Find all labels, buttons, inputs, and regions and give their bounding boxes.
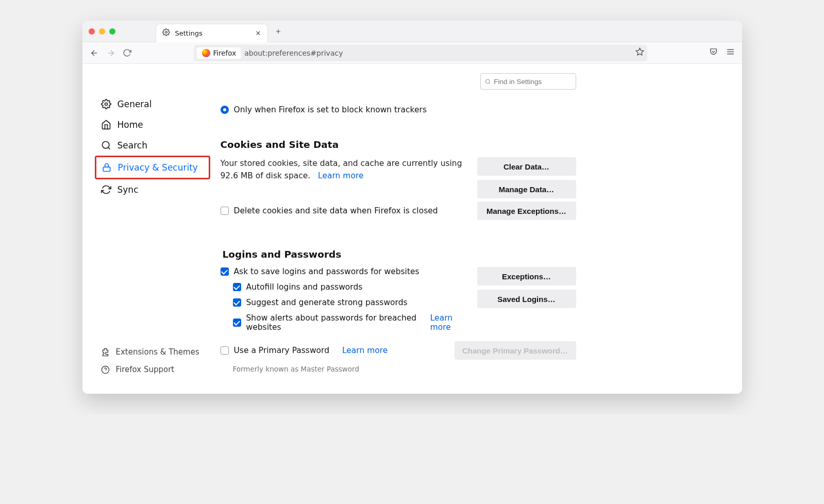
menu-icon[interactable] [726,47,735,58]
traffic-lights [89,28,115,35]
forward-button[interactable] [106,48,115,58]
window-close-button[interactable] [89,28,95,35]
sidebar-item-label: Sync [117,184,139,195]
sidebar-item-label: Privacy & Security [118,162,198,173]
pocket-icon[interactable] [709,47,718,58]
toolbar: Firefox about:preferences#privacy [82,42,742,64]
sidebar-item-label: Home [117,120,143,130]
window-minimize-button[interactable] [99,28,105,35]
sidebar-item-sync[interactable]: Sync [97,179,210,200]
clear-data-button[interactable]: Clear Data… [477,157,576,176]
primary-learn-more-link[interactable]: Learn more [342,346,388,355]
delete-on-close-checkbox[interactable] [221,207,229,215]
sidebar: General Home Search Privacy & Security S… [97,73,210,378]
bookmark-star-icon[interactable] [635,47,644,58]
primary-pw-hint: Formerly known as Master Password [233,365,576,373]
sidebar-item-home[interactable]: Home [97,114,210,135]
breach-learn-more-link[interactable]: Learn more [430,313,468,332]
ask-save-checkbox[interactable] [221,267,229,276]
logins-heading: Logins and Passwords [223,249,576,260]
settings-content: General Home Search Privacy & Security S… [82,64,742,394]
svg-point-2 [105,103,107,106]
sidebar-item-extensions[interactable]: Extensions & Themes [97,343,210,361]
svg-rect-5 [103,167,110,171]
saved-logins-button[interactable]: Saved Logins… [477,290,576,308]
svg-marker-1 [636,48,643,55]
delete-on-close-label: Delete cookies and site data when Firefo… [234,205,438,217]
firefox-logo-icon [202,49,210,57]
settings-search-box[interactable] [480,73,576,90]
ask-save-label: Ask to save logins and passwords for web… [234,267,419,276]
svg-line-4 [108,147,110,149]
breach-alert-label: Show alerts about passwords for breached… [246,313,417,332]
gear-icon [162,28,170,38]
breach-alert-checkbox[interactable] [233,318,241,327]
sidebar-item-label: Firefox Support [116,365,175,374]
window-maximize-button[interactable] [109,28,115,35]
new-tab-button[interactable] [271,24,285,39]
suggest-pw-label: Suggest and generate strong passwords [246,298,408,307]
sidebar-item-search[interactable]: Search [97,135,210,156]
suggest-pw-checkbox[interactable] [233,298,241,307]
close-icon[interactable]: ✕ [256,29,261,37]
sidebar-item-label: Extensions & Themes [116,347,199,357]
titlebar: Settings ✕ [82,21,742,42]
manage-data-button[interactable]: Manage Data… [477,180,576,198]
svg-point-8 [485,79,490,83]
browser-tab[interactable]: Settings ✕ [156,24,268,42]
manage-exceptions-button[interactable]: Manage Exceptions… [477,201,576,220]
change-primary-pw-button: Change Primary Password… [455,341,576,360]
autofill-checkbox[interactable] [233,283,241,291]
identity-label: Firefox [213,49,237,57]
identity-chip[interactable]: Firefox [197,47,242,59]
browser-window: Settings ✕ Firefox about:preferences#pri… [82,21,742,394]
url-text: about:preferences#privacy [244,49,343,57]
primary-pw-label: Use a Primary Password [234,346,330,355]
radio-selected-icon [221,106,229,114]
tab-title: Settings [175,29,250,37]
cookies-learn-more-link[interactable]: Learn more [318,171,363,180]
dnt-radio-row[interactable]: Only when Firefox is set to block known … [221,105,576,114]
url-bar[interactable]: Firefox about:preferences#privacy [194,45,647,61]
radio-label: Only when Firefox is set to block known … [234,105,427,114]
sidebar-item-label: General [117,99,152,109]
sidebar-item-privacy[interactable]: Privacy & Security [95,156,210,179]
svg-point-0 [165,31,167,33]
primary-pw-checkbox[interactable] [221,346,229,355]
cookies-description: Your stored cookies, site data, and cach… [221,157,468,182]
main-panel: Only when Firefox is set to block known … [221,73,576,378]
sidebar-item-support[interactable]: Firefox Support [97,361,210,378]
svg-line-9 [489,82,490,83]
back-button[interactable] [90,48,99,58]
svg-point-3 [102,142,109,148]
toolbar-right [709,47,735,58]
autofill-label: Autofill logins and passwords [246,282,363,292]
cookies-heading: Cookies and Site Data [221,139,576,150]
search-input[interactable] [494,78,571,86]
sidebar-bottom: Extensions & Themes Firefox Support [97,323,210,378]
login-exceptions-button[interactable]: Exceptions… [477,267,576,285]
sidebar-item-label: Search [117,140,147,150]
sidebar-item-general[interactable]: General [97,94,210,114]
nav-buttons [90,48,132,58]
reload-button[interactable] [123,48,132,58]
